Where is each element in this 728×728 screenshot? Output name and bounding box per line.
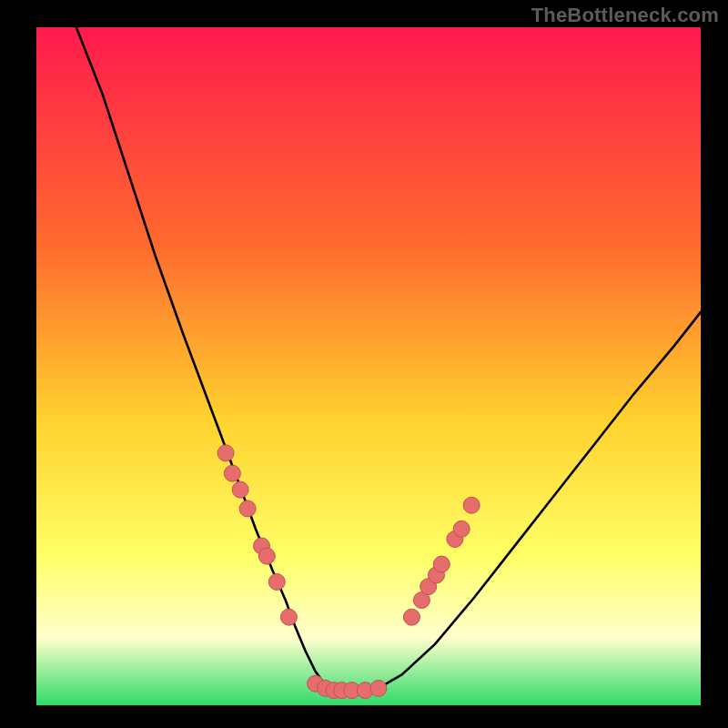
bottleneck-chart bbox=[0, 0, 728, 728]
data-point bbox=[403, 609, 420, 625]
data-point bbox=[239, 500, 256, 517]
data-point bbox=[280, 609, 297, 625]
chart-stage: TheBottleneck.com bbox=[0, 0, 728, 728]
data-point bbox=[370, 680, 387, 696]
data-point bbox=[217, 445, 234, 461]
data-point bbox=[268, 573, 285, 590]
data-point bbox=[463, 497, 480, 513]
plot-background bbox=[36, 27, 701, 705]
data-point bbox=[224, 465, 240, 481]
watermark-text: TheBottleneck.com bbox=[531, 4, 719, 27]
data-point bbox=[258, 548, 275, 564]
data-point bbox=[232, 481, 248, 498]
data-point bbox=[453, 521, 470, 537]
data-point bbox=[433, 556, 450, 572]
